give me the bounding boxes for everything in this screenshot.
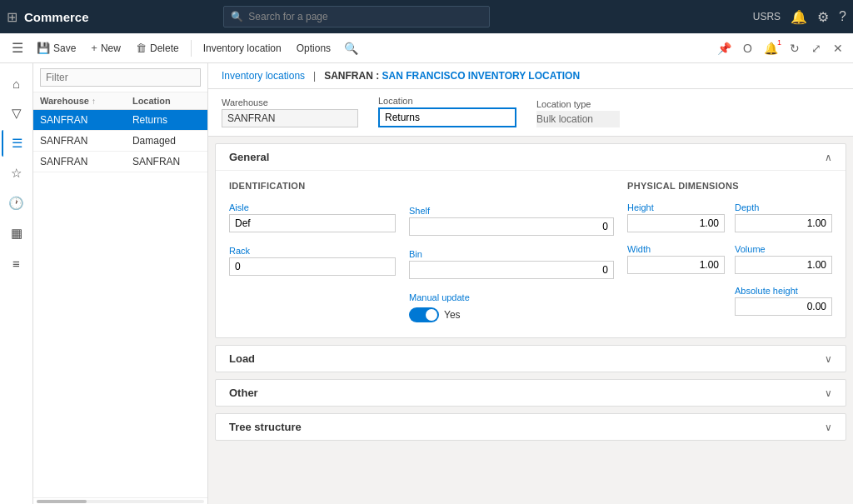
depth-label: Depth bbox=[735, 202, 832, 212]
location-input[interactable] bbox=[378, 107, 516, 127]
toolbar: ☰ 💾 Save + New 🗑 Delete Inventory locati… bbox=[0, 33, 853, 63]
col-warehouse[interactable]: Warehouse ↑ bbox=[33, 92, 126, 110]
other-section-title: Other bbox=[229, 387, 258, 399]
list-panel: Warehouse ↑ Location SANFRANReturnsSANFR… bbox=[33, 63, 208, 504]
breadcrumb-link[interactable]: Inventory locations bbox=[222, 70, 305, 82]
volume-label: Volume bbox=[735, 244, 832, 254]
manual-update-label: Manual update bbox=[409, 292, 614, 302]
sidebar-icon-home[interactable]: ⌂ bbox=[2, 70, 32, 97]
load-section-title: Load bbox=[229, 352, 255, 365]
sidebar-icon-lines[interactable]: ≡ bbox=[2, 250, 32, 277]
phys-grid: Height Width Depth bbox=[627, 202, 832, 321]
tree-structure-section: Tree structure ∨ bbox=[215, 413, 846, 441]
warehouse-input[interactable] bbox=[222, 109, 358, 127]
refresh-icon[interactable]: ↻ bbox=[786, 38, 803, 58]
bell-icon[interactable]: 🔔 bbox=[791, 9, 807, 25]
list-item[interactable]: SANFRANReturns bbox=[33, 110, 207, 131]
office-icon[interactable]: O bbox=[740, 38, 756, 58]
sidebar-icon-grid[interactable]: ▦ bbox=[2, 220, 32, 247]
filter-input[interactable] bbox=[40, 68, 201, 87]
general-section: General ∧ IDENTIFICATION Aisle Rack bbox=[215, 143, 846, 338]
shelf-field: Shelf bbox=[409, 206, 614, 236]
pin-icon[interactable]: 📌 bbox=[714, 38, 735, 58]
bin-input[interactable] bbox=[409, 261, 614, 279]
location-type-field: Location type Bulk location bbox=[536, 99, 620, 127]
sidebar-icon-list[interactable]: ☰ bbox=[2, 130, 32, 157]
help-icon[interactable]: ? bbox=[839, 9, 846, 24]
grid-icon[interactable]: ⊞ bbox=[7, 9, 17, 25]
general-section-body: IDENTIFICATION Aisle Rack bbox=[216, 171, 846, 337]
shelf-input[interactable] bbox=[409, 217, 614, 236]
top-nav: ⊞ Commerce 🔍 USRS 🔔 ⚙ ? bbox=[0, 0, 853, 33]
shelf-label: Shelf bbox=[409, 206, 614, 216]
width-label: Width bbox=[627, 244, 725, 254]
location-type-value: Bulk location bbox=[536, 111, 620, 127]
aisle-field: Aisle bbox=[229, 202, 396, 232]
settings-icon[interactable]: ⚙ bbox=[817, 9, 829, 25]
sidebar-icons: ⌂ ▽ ☰ ☆ 🕐 ▦ ≡ bbox=[0, 63, 33, 504]
other-chevron-icon: ∨ bbox=[825, 387, 832, 399]
phys-left-col: Height Width bbox=[627, 202, 725, 321]
detail-header: Inventory locations | SANFRAN : SAN FRAN… bbox=[208, 63, 853, 89]
list-table: Warehouse ↑ Location SANFRANReturnsSANFR… bbox=[33, 92, 207, 497]
general-chevron-icon: ∧ bbox=[825, 152, 832, 163]
toolbar-right: 📌 O 🔔1 ↻ ⤢ ✕ bbox=[714, 38, 846, 58]
load-section-header[interactable]: Load ∨ bbox=[216, 346, 846, 372]
phys-right-col: Depth Volume Absolute height bbox=[735, 202, 832, 321]
list-warehouse-cell: SANFRAN bbox=[33, 152, 126, 172]
manual-update-toggle[interactable] bbox=[409, 307, 439, 322]
load-section: Load ∨ bbox=[215, 345, 846, 372]
list-scrollbar[interactable] bbox=[33, 497, 207, 504]
sidebar-icon-clock[interactable]: 🕐 bbox=[2, 190, 32, 217]
width-field: Width bbox=[627, 244, 725, 274]
aisle-input[interactable] bbox=[229, 214, 396, 232]
load-chevron-icon: ∨ bbox=[825, 353, 832, 365]
sort-icon: ↑ bbox=[92, 97, 96, 106]
breadcrumb-separator: | bbox=[313, 70, 316, 82]
list-item[interactable]: SANFRANSANFRAN bbox=[33, 152, 207, 172]
rack-label: Rack bbox=[229, 246, 396, 256]
sidebar-icon-star[interactable]: ☆ bbox=[2, 160, 32, 187]
close-icon[interactable]: ✕ bbox=[830, 38, 846, 58]
inventory-location-button[interactable]: Inventory location bbox=[197, 37, 288, 60]
delete-button[interactable]: 🗑 Delete bbox=[129, 37, 186, 60]
list-location-cell: SANFRAN bbox=[126, 152, 207, 172]
tree-structure-section-header[interactable]: Tree structure ∨ bbox=[216, 414, 846, 440]
other-section-header[interactable]: Other ∨ bbox=[216, 380, 846, 406]
absolute-height-input[interactable] bbox=[735, 297, 832, 316]
notification-badge-icon[interactable]: 🔔1 bbox=[761, 38, 781, 58]
app-title: Commerce bbox=[24, 10, 89, 24]
hamburger-icon[interactable]: ☰ bbox=[7, 37, 28, 59]
options-button[interactable]: Options bbox=[290, 37, 337, 60]
breadcrumb-current: SANFRAN : SAN FRANCISCO INVENTORY LOCATI… bbox=[324, 70, 580, 82]
absolute-height-field: Absolute height bbox=[735, 286, 832, 316]
main-layout: ⌂ ▽ ☰ ☆ 🕐 ▦ ≡ Warehouse ↑ Location bbox=[0, 63, 853, 504]
open-in-new-icon[interactable]: ⤢ bbox=[808, 38, 825, 58]
general-section-header[interactable]: General ∧ bbox=[216, 144, 846, 171]
height-label: Height bbox=[627, 202, 725, 212]
rack-input[interactable] bbox=[229, 257, 396, 276]
width-input[interactable] bbox=[627, 256, 725, 274]
height-input[interactable] bbox=[627, 214, 725, 232]
sidebar-icon-filter[interactable]: ▽ bbox=[2, 100, 32, 127]
aisle-label: Aisle bbox=[229, 202, 396, 212]
user-label: USRS bbox=[753, 11, 781, 22]
search-input[interactable] bbox=[248, 11, 482, 22]
identification-column: IDENTIFICATION Aisle Rack bbox=[229, 181, 396, 327]
volume-field: Volume bbox=[735, 244, 832, 274]
shelf-bin-column: Shelf Bin Manual update Yes bbox=[409, 181, 614, 327]
general-grid: IDENTIFICATION Aisle Rack bbox=[229, 181, 832, 327]
col-location[interactable]: Location bbox=[126, 92, 207, 110]
new-button[interactable]: + New bbox=[84, 37, 127, 60]
depth-input[interactable] bbox=[735, 214, 832, 232]
absolute-height-label: Absolute height bbox=[735, 286, 832, 296]
top-nav-right: USRS 🔔 ⚙ ? bbox=[753, 9, 846, 25]
toggle-yes-label: Yes bbox=[444, 309, 461, 321]
bin-field: Bin bbox=[409, 249, 614, 279]
save-button[interactable]: 💾 Save bbox=[30, 37, 82, 60]
location-type-label: Location type bbox=[536, 99, 620, 109]
volume-input[interactable] bbox=[735, 256, 832, 274]
warehouse-field: Warehouse bbox=[222, 97, 358, 127]
toolbar-search-icon[interactable]: 🔍 bbox=[339, 38, 363, 58]
list-item[interactable]: SANFRANDamaged bbox=[33, 131, 207, 152]
